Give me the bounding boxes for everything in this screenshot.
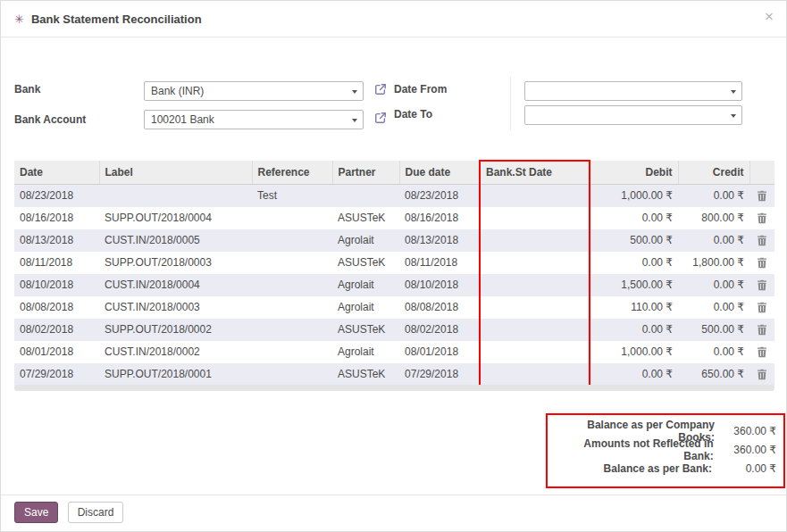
delete-row-button[interactable] (749, 185, 774, 208)
bank-reconciliation-modal: ✳ Bank Statement Reconciliation × Bank B… (0, 0, 787, 532)
cell-partner (332, 185, 399, 208)
bank-account-label: Bank Account (14, 113, 86, 126)
modal-header: ✳ Bank Statement Reconciliation × (1, 1, 786, 37)
col-header-due-date[interactable]: Due date (399, 161, 480, 185)
cell-reference (252, 252, 332, 274)
bank-select-value: Bank (INR) (151, 85, 204, 97)
caret-down-icon (731, 114, 736, 118)
bank-account-select-value: 100201 Bank (151, 113, 214, 126)
table-row[interactable]: 07/29/2018SUPP.OUT/2018/0001ASUSTeK07/29… (14, 363, 774, 386)
delete-row-button[interactable] (749, 341, 774, 363)
cell-reference (252, 341, 332, 363)
discard-button[interactable]: Discard (68, 502, 124, 523)
cell-partner: Agrolait (332, 274, 399, 296)
cell-debit: 0.00 ₹ (590, 363, 678, 386)
cell-bank-st-date (480, 185, 590, 208)
cell-bank-st-date (480, 319, 590, 341)
cell-due-date: 08/02/2018 (399, 319, 480, 341)
cell-date: 08/10/2018 (14, 274, 99, 296)
summary-box: Balance as per Company Books: 360.00 ₹ A… (546, 413, 785, 488)
cell-debit: 0.00 ₹ (590, 319, 678, 341)
external-link-icon[interactable] (374, 112, 387, 124)
save-button[interactable]: Save (14, 502, 58, 523)
table-row[interactable]: 08/11/2018SUPP.OUT/2018/0003ASUSTeK08/11… (14, 252, 774, 274)
col-header-bank-st-date[interactable]: Bank.St Date (480, 161, 590, 185)
cell-partner: ASUSTeK (332, 319, 399, 341)
summary-value: 360.00 ₹ (715, 425, 776, 437)
date-from-select[interactable] (524, 81, 742, 101)
cell-label: SUPP.OUT/2018/0001 (99, 363, 252, 386)
table-body: 08/23/2018Test08/23/20181,000.00 ₹0.00 ₹… (14, 185, 774, 387)
date-to-select[interactable] (524, 105, 742, 125)
cell-debit: 0.00 ₹ (590, 207, 678, 229)
summary-label: Balance as per Bank: (604, 462, 712, 475)
cell-label: CUST.IN/2018/0004 (99, 274, 252, 296)
cell-bank-st-date (480, 274, 590, 296)
cell-date: 08/16/2018 (14, 207, 99, 229)
external-link-icon[interactable] (374, 83, 387, 96)
col-header-credit[interactable]: Credit (678, 161, 749, 185)
table-row[interactable]: 08/16/2018SUPP.OUT/2018/0004ASUSTeK08/16… (14, 207, 774, 229)
cell-due-date: 08/13/2018 (399, 229, 480, 252)
delete-row-button[interactable] (749, 207, 774, 229)
trash-icon (757, 368, 767, 380)
cell-label: SUPP.OUT/2018/0004 (99, 207, 252, 229)
delete-row-button[interactable] (749, 363, 774, 386)
cell-due-date: 08/08/2018 (399, 296, 480, 319)
trash-icon (757, 212, 767, 224)
cell-date: 08/23/2018 (14, 185, 99, 208)
cell-reference (252, 296, 332, 319)
delete-row-button[interactable] (749, 274, 774, 296)
delete-row-button[interactable] (749, 296, 774, 319)
col-header-debit[interactable]: Debit (590, 161, 678, 185)
cell-credit: 500.00 ₹ (678, 319, 749, 341)
delete-row-button[interactable] (749, 319, 774, 341)
cell-label: SUPP.OUT/2018/0003 (99, 252, 252, 274)
table-row[interactable]: 08/13/2018CUST.IN/2018/0005Agrolait08/13… (14, 229, 774, 252)
summary-value: 360.00 ₹ (714, 444, 776, 456)
table-row[interactable]: 08/02/2018SUPP.OUT/2018/0002ASUSTeK08/02… (14, 319, 774, 341)
cell-due-date: 08/01/2018 (399, 341, 480, 363)
cell-bank-st-date (480, 252, 590, 274)
col-header-date[interactable]: Date (14, 161, 99, 185)
summary-label: Amounts not Reflected in Bank: (555, 437, 714, 462)
close-icon[interactable]: × (765, 9, 774, 24)
cell-partner: ASUSTeK (332, 363, 399, 386)
table-scrollbar[interactable] (14, 385, 774, 391)
cell-credit: 0.00 ₹ (678, 229, 749, 252)
bank-label: Bank (14, 83, 40, 96)
col-header-actions (749, 161, 774, 185)
cell-date: 07/29/2018 (14, 363, 99, 386)
cell-credit: 800.00 ₹ (678, 207, 749, 229)
cell-label: CUST.IN/2018/0002 (99, 341, 252, 363)
cell-label (99, 185, 252, 208)
table-row[interactable]: 08/01/2018CUST.IN/2018/0002Agrolait08/01… (14, 341, 774, 363)
bank-select[interactable]: Bank (INR) (144, 81, 364, 101)
table-row[interactable]: 08/23/2018Test08/23/20181,000.00 ₹0.00 ₹ (14, 185, 774, 208)
cell-reference: Test (252, 185, 332, 208)
date-to-label: Date To (394, 108, 432, 121)
delete-row-button[interactable] (749, 252, 774, 274)
table-row[interactable]: 08/08/2018CUST.IN/2018/0003Agrolait08/08… (14, 296, 774, 319)
cell-date: 08/13/2018 (14, 229, 99, 252)
caret-down-icon (731, 90, 736, 94)
trash-icon (757, 189, 767, 202)
caret-down-icon (352, 119, 357, 122)
col-header-reference[interactable]: Reference (252, 161, 332, 185)
table-row[interactable]: 08/10/2018CUST.IN/2018/0004Agrolait08/10… (14, 274, 774, 296)
cell-credit: 1,800.00 ₹ (678, 252, 749, 274)
trash-icon (757, 323, 767, 336)
cell-debit: 1,000.00 ₹ (590, 341, 678, 363)
table-header-row: Date Label Reference Partner Due date Ba… (14, 161, 774, 185)
lines-table: Date Label Reference Partner Due date Ba… (14, 160, 774, 387)
delete-row-button[interactable] (749, 229, 774, 252)
col-header-label[interactable]: Label (99, 161, 252, 185)
cell-credit: 650.00 ₹ (678, 363, 749, 386)
cell-debit: 1,500.00 ₹ (590, 274, 678, 296)
bank-account-select[interactable]: 100201 Bank (144, 110, 364, 129)
cell-debit: 0.00 ₹ (590, 252, 678, 274)
cell-reference (252, 319, 332, 341)
cell-reference (252, 229, 332, 252)
cell-partner: ASUSTeK (332, 252, 399, 274)
col-header-partner[interactable]: Partner (332, 161, 399, 185)
